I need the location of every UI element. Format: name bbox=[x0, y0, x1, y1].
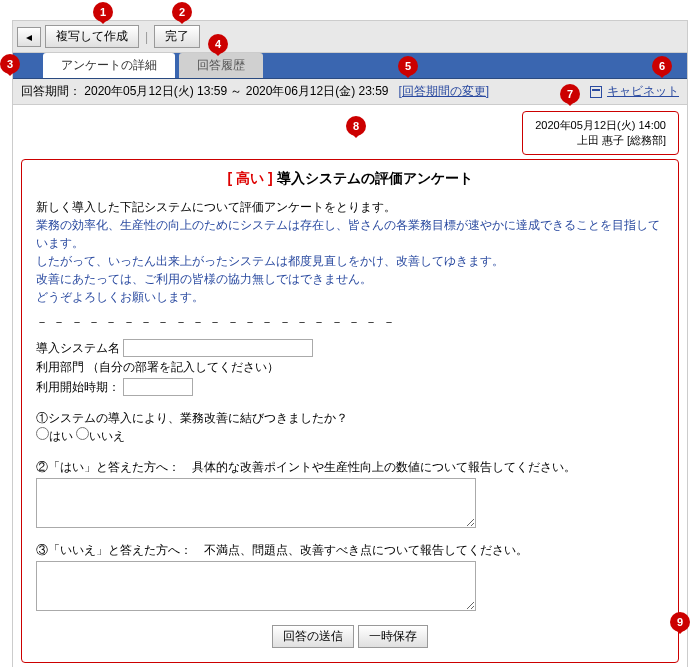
callout-marker-9: 9 bbox=[670, 612, 690, 632]
desc-line-4: 改善にあたっては、ご利用の皆様の協力無しではできません。 bbox=[36, 270, 664, 288]
label-department: 利用部門 bbox=[36, 360, 84, 374]
q3-text: ③「いいえ」と答えた方へ： 不満点、問題点、改善すべき点について報告してください… bbox=[36, 542, 664, 559]
desc-line-3: したがって、いったん出来上がったシステムは都度見直しをかけ、改善してゆきます。 bbox=[36, 252, 664, 270]
q3-textarea[interactable] bbox=[36, 561, 476, 611]
survey-body: [ 高い ] 導入システムの評価アンケート 新しく導入した下記システムについて評… bbox=[21, 159, 679, 663]
input-system-name[interactable] bbox=[123, 339, 313, 357]
change-period-link[interactable]: [回答期間の変更] bbox=[399, 84, 490, 98]
q1-option-yes[interactable]: はい bbox=[36, 429, 73, 443]
callout-marker-5: 5 bbox=[398, 56, 418, 76]
q1-option-no[interactable]: いいえ bbox=[76, 429, 125, 443]
label-no: いいえ bbox=[89, 429, 125, 443]
row-start-date: 利用開始時期： bbox=[36, 378, 664, 396]
desc-line-1: 新しく導入した下記システムについて評価アンケートをとります。 bbox=[36, 198, 664, 216]
meta-author: 上田 惠子 [総務部] bbox=[535, 133, 666, 148]
callout-marker-8: 8 bbox=[346, 116, 366, 136]
desc-line-5: どうぞよろしくお願いします。 bbox=[36, 288, 664, 306]
top-toolbar: ◂ 複写して作成 | 完了 bbox=[13, 21, 687, 53]
period-range: 2020年05月12日(火) 13:59 ～ 2020年06月12日(金) 23… bbox=[84, 84, 388, 98]
priority-label: [ 高い ] bbox=[228, 170, 273, 186]
copy-create-button[interactable]: 複写して作成 bbox=[45, 25, 139, 48]
divider-dashes: － － － － － － － － － － － － － － － － － － － － … bbox=[36, 314, 664, 331]
question-2: ②「はい」と答えた方へ： 具体的な改善ポイントや生産性向上の数値について報告して… bbox=[36, 459, 664, 528]
row-system-name: 導入システム名 bbox=[36, 339, 664, 357]
question-3: ③「いいえ」と答えた方へ： 不満点、問題点、改善すべき点について報告してください… bbox=[36, 542, 664, 611]
callout-marker-7: 7 bbox=[560, 84, 580, 104]
q1-text: ①システムの導入により、業務改善に結びつきましたか？ bbox=[36, 410, 664, 427]
meta-info-box: 2020年05月12日(火) 14:00 上田 惠子 [総務部] bbox=[522, 111, 679, 155]
hint-department: （自分の部署を記入してください） bbox=[87, 360, 279, 374]
q2-textarea[interactable] bbox=[36, 478, 476, 528]
callout-marker-4: 4 bbox=[208, 34, 228, 54]
tab-survey-detail[interactable]: アンケートの詳細 bbox=[43, 53, 175, 78]
q2-text: ②「はい」と答えた方へ： 具体的な改善ポイントや生産性向上の数値について報告して… bbox=[36, 459, 664, 476]
label-system-name: 導入システム名 bbox=[36, 341, 120, 355]
callout-marker-1: 1 bbox=[93, 2, 113, 22]
callout-marker-3: 3 bbox=[0, 54, 20, 74]
cabinet-link[interactable]: キャビネット bbox=[607, 84, 679, 98]
question-1: ①システムの導入により、業務改善に結びつきましたか？ はい いいえ bbox=[36, 410, 664, 445]
radio-yes[interactable] bbox=[36, 427, 49, 440]
row-department: 利用部門 （自分の部署を記入してください） bbox=[36, 359, 664, 376]
cabinet-icon bbox=[590, 86, 602, 98]
separator: | bbox=[145, 30, 148, 44]
desc-line-2: 業務の効率化、生産性の向上のためにシステムは存在し、皆さんの各業務目標が速やかに… bbox=[36, 216, 664, 252]
complete-button[interactable]: 完了 bbox=[154, 25, 200, 48]
draft-save-button[interactable]: 一時保存 bbox=[358, 625, 428, 648]
title-text: 導入システムの評価アンケート bbox=[277, 170, 473, 186]
tab-bar: アンケートの詳細 回答履歴 bbox=[13, 53, 687, 79]
label-yes: はい bbox=[49, 429, 73, 443]
period-bar: 回答期間： 2020年05月12日(火) 13:59 ～ 2020年06月12日… bbox=[13, 79, 687, 105]
callout-marker-2: 2 bbox=[172, 2, 192, 22]
survey-title: [ 高い ] 導入システムの評価アンケート bbox=[36, 170, 664, 188]
survey-actions: 回答の送信 一時保存 bbox=[36, 625, 664, 648]
meta-datetime: 2020年05月12日(火) 14:00 bbox=[535, 118, 666, 133]
input-start-date[interactable] bbox=[123, 378, 193, 396]
period-label: 回答期間： bbox=[21, 84, 81, 98]
submit-button[interactable]: 回答の送信 bbox=[272, 625, 354, 648]
label-start-date: 利用開始時期： bbox=[36, 380, 120, 394]
back-button[interactable]: ◂ bbox=[17, 27, 41, 47]
radio-no[interactable] bbox=[76, 427, 89, 440]
callout-marker-6: 6 bbox=[652, 56, 672, 76]
survey-description: 新しく導入した下記システムについて評価アンケートをとります。 業務の効率化、生産… bbox=[36, 198, 664, 306]
